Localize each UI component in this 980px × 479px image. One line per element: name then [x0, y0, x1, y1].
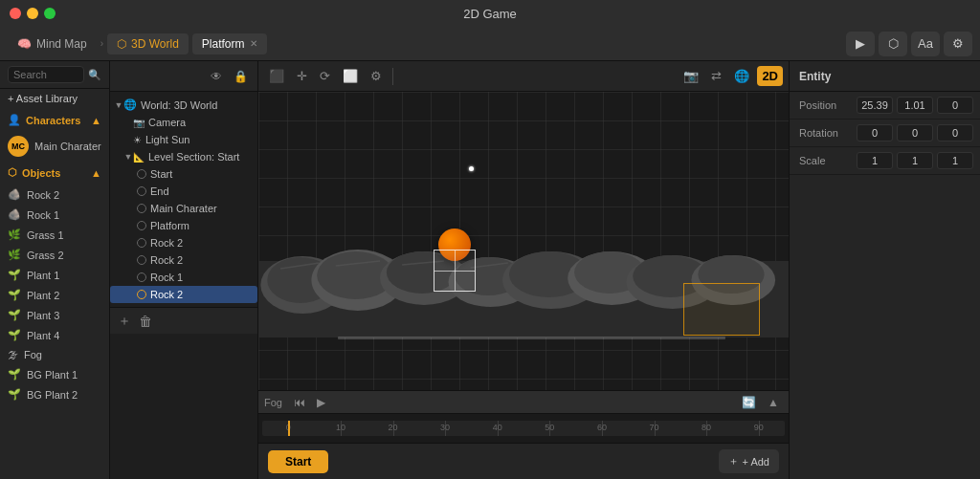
close-tab-icon[interactable]: ✕: [250, 38, 257, 49]
tick-70: 70: [655, 421, 656, 436]
level-node-icon: 📐: [133, 152, 145, 163]
globe-view-btn[interactable]: 🌐: [729, 66, 754, 86]
grass-icon: 🌿: [8, 229, 21, 241]
platform-bullet: [137, 221, 146, 230]
scene-maincharater-item[interactable]: Main Charater: [110, 200, 257, 217]
timeline-playhead[interactable]: [288, 421, 290, 436]
platform-ground-line: [338, 337, 724, 339]
scale-tool[interactable]: ⬜: [338, 66, 363, 86]
minimize-btn[interactable]: [27, 8, 38, 19]
level-expand-icon: ▼: [123, 152, 133, 162]
scene-rock1-item[interactable]: Rock 1: [110, 269, 257, 286]
sidebar-item-plant1[interactable]: 🌱 Plant 1: [0, 265, 109, 285]
tick-60: 60: [602, 421, 603, 436]
scene-root-item[interactable]: ▼ 🌐 World: 3D World: [110, 96, 257, 114]
scene-rock2a-item[interactable]: Rock 2: [110, 234, 257, 251]
add-node-button[interactable]: ＋: [118, 313, 131, 330]
window-controls[interactable]: [10, 8, 56, 19]
sidebar-item-plant2[interactable]: 🌱 Plant 2: [0, 285, 109, 305]
timeline-right-controls: 🔄 ▲: [738, 394, 783, 411]
scene-lightsun-item[interactable]: ☀ Light Sun: [110, 131, 257, 148]
search-input[interactable]: [8, 66, 84, 83]
settings-tool[interactable]: ⚙: [366, 66, 387, 86]
tab-platform[interactable]: Platform ✕: [192, 33, 267, 54]
rock1-bullet: [137, 272, 146, 282]
position-x-input[interactable]: [857, 97, 893, 114]
delete-node-button[interactable]: 🗑: [139, 314, 152, 329]
timeline-track[interactable]: 0 10 20 30 40 50: [262, 421, 785, 436]
scene-end-item[interactable]: End: [110, 183, 257, 200]
scene-tree-content: ▼ 🌐 World: 3D World 📷 Camera ☀ Light Sun…: [110, 92, 257, 307]
scale-y-input[interactable]: [897, 152, 933, 169]
maximize-btn[interactable]: [44, 8, 56, 19]
sidebar-item-fog[interactable]: 🌫 Fog: [0, 345, 109, 364]
scene-tree-bottom: ＋ 🗑: [110, 307, 257, 334]
sidebar-item-bgplant1[interactable]: 🌱 BG Plant 1: [0, 364, 109, 384]
timeline-loop-button[interactable]: 🔄: [738, 394, 760, 411]
camera-view-btn[interactable]: 📷: [679, 66, 703, 86]
dot-marker-top: [469, 166, 474, 171]
sidebar-item-bgplant2[interactable]: 🌱 BG Plant 2: [0, 384, 109, 404]
sidebar-item-plant4[interactable]: 🌱 Plant 4: [0, 325, 109, 345]
timeline-controls: Fog ⏮ ▶ 🔄 ▲: [258, 391, 789, 414]
timeline-ruler[interactable]: 0 10 20 30 40 50: [258, 414, 789, 443]
rotation-x-input[interactable]: [857, 124, 893, 142]
main-area: 🔍 + Asset Library 👤 Characters ▲ MC Main…: [0, 61, 980, 479]
move-tool[interactable]: ✛: [292, 66, 312, 86]
scene-start-item[interactable]: Start: [110, 165, 257, 183]
scene-levelsection-item[interactable]: ▼ 📐 Level Section: Start: [110, 148, 257, 165]
sidebar-item-rock1[interactable]: 🪨 Rock 1: [0, 205, 109, 225]
scene-rock2-selected-item[interactable]: Rock 2: [110, 286, 257, 303]
close-btn[interactable]: [10, 8, 21, 19]
lock-toggle[interactable]: 🔒: [230, 68, 252, 85]
timeline-rewind-button[interactable]: ⏮: [290, 394, 309, 411]
scale-z-input[interactable]: [937, 152, 973, 169]
select-tool[interactable]: ⬛: [264, 66, 289, 86]
light-node-icon: ☀: [133, 135, 142, 145]
rotate-tool[interactable]: ⟳: [315, 66, 335, 86]
viewport-canvas[interactable]: [258, 92, 789, 390]
2d-view-btn[interactable]: 2D: [757, 66, 783, 86]
position-z-input[interactable]: [937, 97, 973, 114]
fog-icon: 🌫: [8, 349, 18, 360]
rock2b-bullet: [137, 255, 146, 265]
entity-panel-header: Entity: [790, 61, 980, 92]
sidebar-item-grass1[interactable]: 🌿 Grass 1: [0, 225, 109, 245]
sidebar-item-plant3[interactable]: 🌱 Plant 3: [0, 305, 109, 325]
plant-icon-4: 🌱: [8, 329, 21, 341]
scene-rock2b-item[interactable]: Rock 2: [110, 251, 257, 269]
tab-mindmap[interactable]: 🧠 Mind Map: [8, 33, 97, 54]
play-button[interactable]: ▶: [846, 32, 875, 56]
rotation-row: Rotation: [790, 120, 980, 147]
scale-x-input[interactable]: [857, 152, 893, 169]
timeline-play-button[interactable]: ▶: [313, 394, 329, 411]
start-button[interactable]: Start: [268, 450, 328, 473]
rotation-z-input[interactable]: [937, 124, 973, 142]
scene-camera-item[interactable]: 📷 Camera: [110, 114, 257, 131]
asset-library-button[interactable]: + Asset Library: [0, 89, 109, 108]
timeline-collapse-button[interactable]: ▲: [764, 394, 783, 411]
scene-platform-item[interactable]: Platform: [110, 217, 257, 234]
font-button[interactable]: Aa: [911, 32, 940, 56]
bottom-bar: Start ＋ + Add: [258, 443, 789, 479]
objects-section-header[interactable]: ⬡ Objects ▲: [0, 161, 109, 185]
char-bullet: [137, 204, 146, 213]
settings-button[interactable]: ⚙: [944, 32, 972, 56]
sidebar-item-main-charater[interactable]: MC Main Charater: [0, 132, 109, 161]
characters-section-header[interactable]: 👤 Characters ▲: [0, 108, 109, 132]
export-button[interactable]: ⬡: [879, 32, 907, 56]
switch-view-btn[interactable]: ⇄: [706, 66, 726, 86]
sidebar-item-grass2[interactable]: 🌿 Grass 2: [0, 245, 109, 265]
tab-3dworld[interactable]: ⬡ 3D World: [107, 33, 189, 54]
rotation-y-input[interactable]: [897, 124, 933, 142]
timeline: Fog ⏮ ▶ 🔄 ▲ 0 10: [258, 390, 789, 443]
plant-icon: 🌱: [8, 269, 21, 281]
mindmap-icon: 🧠: [17, 37, 32, 51]
world-node-icon: 🌐: [123, 98, 137, 111]
visibility-toggle[interactable]: 👁: [207, 68, 226, 85]
tick-90: 90: [759, 421, 760, 436]
position-y-input[interactable]: [897, 97, 933, 114]
camera-node-icon: 📷: [133, 118, 145, 128]
sidebar-item-rock2[interactable]: 🪨 Rock 2: [0, 185, 109, 205]
add-button[interactable]: ＋ + Add: [719, 449, 779, 473]
